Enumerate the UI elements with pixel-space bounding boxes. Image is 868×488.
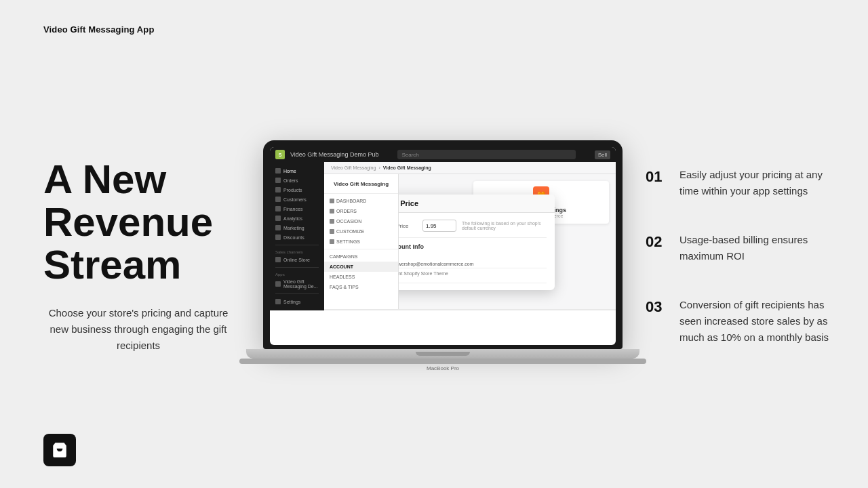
feature-2-text: Usage-based billing ensures maximum ROI <box>679 232 835 264</box>
laptop-screen-inner: S Video Gift Messaging Demo Pub Search S… <box>270 147 616 345</box>
modal-price-row: Set Price 1.95 The following is based on… <box>399 220 547 232</box>
app-nav-customize-label: CUSTOMIZE <box>336 229 364 234</box>
marketing-icon <box>275 225 281 230</box>
feature-2: 02 Usage-based billing ensures maximum R… <box>646 232 835 264</box>
app-nav-campaigns-label: CAMPAIGNS <box>330 254 358 259</box>
settings-icon <box>275 299 281 304</box>
app-nav-headless[interactable]: HEADLESS <box>324 272 398 282</box>
app-nav-dashboard[interactable]: DASHBOARD <box>324 196 398 206</box>
left-column: A New Revenue Stream Choose your store's… <box>43 158 260 354</box>
shopify-topbar: S Video Gift Messaging Demo Pub Search S… <box>270 147 616 162</box>
products-icon <box>275 187 281 192</box>
sidebar-online-store[interactable]: Online Store <box>270 255 324 264</box>
app-title: Video Gift Messaging App <box>43 24 835 35</box>
app-nav-settings-label: SETTINGS <box>336 239 360 244</box>
app-nav-orders[interactable]: ORDERS <box>324 206 398 216</box>
orders-icon <box>275 178 281 183</box>
sidebar-app-item-label: Video Gift Messaging De... <box>283 279 319 289</box>
modal-divider <box>399 237 547 238</box>
modal-email-label: Email <box>399 254 414 259</box>
sidebar-online-store-label: Online Store <box>283 258 310 262</box>
customize-icon <box>330 229 334 234</box>
app-sidebar: Video Gift Messaging DASHBOARD <box>324 174 399 309</box>
breadcrumb-app: Video Gift Messaging <box>331 165 376 170</box>
app-sidebar-divider-0 <box>324 193 398 194</box>
finances-icon <box>275 206 281 211</box>
modal-body: Set Price 1.95 The following is based on… <box>399 213 555 290</box>
app-nav-account[interactable]: ACCOUNT <box>324 262 398 272</box>
dashboard-icon <box>330 199 334 203</box>
modal-price-label: Set Price <box>399 223 417 229</box>
sidebar-orders[interactable]: Orders <box>270 176 324 185</box>
orders-nav-icon <box>330 209 334 214</box>
topbar-sell-button[interactable]: Sell <box>595 150 610 159</box>
feature-3-text: Conversion of gift recipients has seen i… <box>679 297 835 346</box>
app-layout: Video Gift Messaging DASHBOARD <box>324 174 616 309</box>
modal-price-input[interactable]: 1.95 <box>422 220 456 232</box>
macbook-label: MacBook Pro <box>427 365 459 371</box>
sidebar-analytics-label: Analytics <box>283 216 302 221</box>
headline: A New Revenue Stream <box>43 158 213 286</box>
headline-line2: Revenue <box>43 199 213 245</box>
laptop-mockup-area: S Video Gift Messaging Demo Pub Search S… <box>260 140 625 371</box>
sidebar-home[interactable]: Home <box>270 166 324 176</box>
laptop-base-bottom <box>239 359 646 364</box>
feature-1-text: Easily adjust your pricing at any time w… <box>679 167 835 199</box>
app-nav-faqs-label: FAQS & TIPS <box>330 285 359 289</box>
laptop-wrapper: S Video Gift Messaging Demo Pub Search S… <box>263 140 623 371</box>
discounts-icon <box>275 235 281 240</box>
app-main-area: 🧡 Account Settings emotional commerce <box>399 174 616 309</box>
sidebar-sub-label: Sales channels <box>270 248 324 255</box>
topbar-search-text: Search <box>401 152 418 158</box>
shopify-logo-icon: S <box>275 150 285 159</box>
app-sidebar-divider-1 <box>324 249 398 249</box>
breadcrumb-current: Video Gift Messaging <box>383 165 431 170</box>
shopify-sidebar: Home Orders Products <box>270 162 324 310</box>
app-nav-headless-label: HEADLESS <box>330 274 355 279</box>
occasion-icon <box>330 219 334 224</box>
sidebar-customers[interactable]: Customers <box>270 195 324 204</box>
sidebar-marketing-label: Marketing <box>283 226 304 230</box>
feature-1-number: 01 <box>646 168 667 186</box>
sidebar-app-item[interactable]: Video Gift Messaging De... <box>270 277 324 291</box>
sidebar-analytics[interactable]: Analytics <box>270 214 324 223</box>
feature-2-number: 02 <box>646 233 667 251</box>
breadcrumb-sep: › <box>378 165 380 170</box>
store-name: Video Gift Messaging Demo Pub <box>290 151 378 158</box>
sidebar-products[interactable]: Products <box>270 185 324 195</box>
modal-theme-value <box>399 277 547 283</box>
sidebar-marketing[interactable]: Marketing <box>270 223 324 232</box>
topbar-search[interactable]: Search <box>397 150 575 159</box>
sidebar-discounts[interactable]: Discounts <box>270 232 324 242</box>
modal-section-title: Account Info <box>399 243 547 250</box>
app-nav-occasion[interactable]: OCCASION <box>324 216 398 226</box>
feature-3-number: 03 <box>646 298 667 316</box>
subtext: Choose your store's pricing and capture … <box>43 305 233 354</box>
sidebar-home-label: Home <box>283 169 296 174</box>
app-nav-account-label: ACCOUNT <box>330 264 353 269</box>
screen-bottom-bar: Store transfer disabled Global Nav previ… <box>324 309 616 310</box>
laptop-notch <box>416 352 470 356</box>
shopify-body: Home Orders Products <box>270 162 616 310</box>
app-nav-customize[interactable]: CUSTOMIZE <box>324 226 398 237</box>
app-sidebar-title: Video Gift Messaging <box>324 178 398 191</box>
sidebar-finances[interactable]: Finances <box>270 204 324 214</box>
headline-line1: A New <box>43 157 166 202</box>
main-content: A New Revenue Stream Choose your store's… <box>43 48 835 464</box>
app-nav-campaigns[interactable]: CAMPAIGNS <box>324 251 398 262</box>
sidebar-settings-label: Settings <box>283 300 300 304</box>
modal-header: Set Price <box>399 195 555 213</box>
modal-theme-label: Current Shopify Store Theme <box>399 271 547 276</box>
modal-price-value: 1.95 <box>426 223 437 229</box>
sidebar-divider-2 <box>275 267 319 268</box>
modal-price-hint: The following is based on your shop's de… <box>462 221 547 230</box>
bottom-logo <box>43 434 76 466</box>
sidebar-divider-3 <box>275 293 319 294</box>
feature-1: 01 Easily adjust your pricing at any tim… <box>646 167 835 199</box>
app-nav-faqs[interactable]: FAQS & TIPS <box>324 282 398 292</box>
app-nav-settings[interactable]: SETTINGS <box>324 237 398 247</box>
laptop-screen-outer: S Video Gift Messaging Demo Pub Search S… <box>263 140 623 349</box>
app-nav-orders-label: ORDERS <box>336 209 357 214</box>
sidebar-settings[interactable]: Settings <box>270 297 324 306</box>
customers-icon <box>275 197 281 202</box>
